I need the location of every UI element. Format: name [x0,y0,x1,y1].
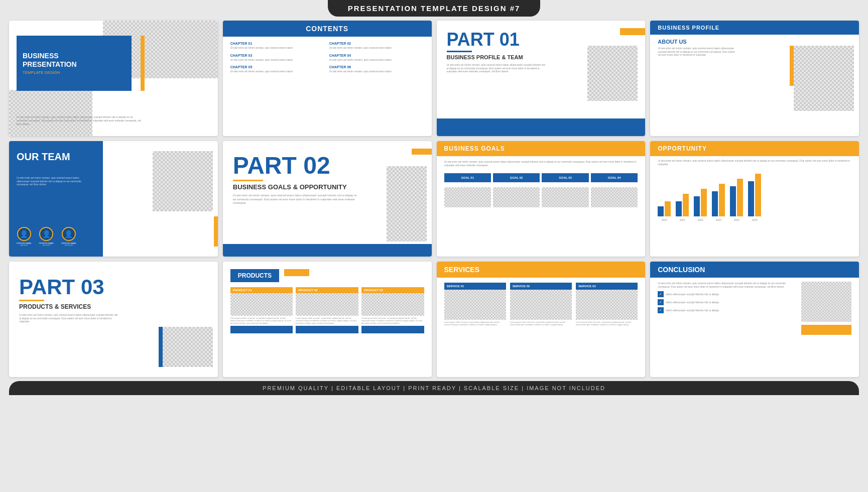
bar-2024-b [737,179,743,216]
avatar-2: 👤 [39,227,53,241]
label-2024: 2024 [734,218,739,221]
service-02-img [510,290,572,320]
slide9-title: PRODUCTS & SERVICES [19,303,119,310]
product-03-text: Lorem ipsum dolor sit amet, consectetur … [361,316,424,326]
checker-7d [591,187,638,207]
goal-02: GOAL 02 [493,173,540,182]
slide12-right [801,282,851,335]
service-02-label: SERVICE 02 [510,283,572,290]
goals-grid: GOAL 01 GOAL 02 GOAL 03 GOAL 04 [437,171,646,185]
product-01: PRODUCT 01 Lorem ipsum dolor sit amet, c… [230,287,293,333]
slide6-body: Ut wisi enim ad minim veniam, quis nostr… [233,194,358,205]
slide8-body: Ut wisi enim ad minim veniam, quis nostr… [650,156,859,169]
slide4-header: BUSINESS PROFILE [650,21,859,35]
checker-4 [794,46,854,111]
service-03-text: Lorem ipsum dolor sit amet, consectetur … [576,320,638,327]
slide1-subtitle: TEMPLATE DESIGN [23,70,126,75]
product-03-label: PRODUCT 03 [361,287,424,293]
service-02: SERVICE 02 Lorem ipsum dolor sit amet, c… [510,283,572,327]
member-3-role: HUSTLER [65,244,73,247]
slide12-header: CONCLUSION [650,262,859,278]
service-03-label: SERVICE 03 [576,283,638,290]
bar-2020-b [665,201,671,216]
goal-03: GOAL 03 [542,173,588,182]
chapter-05: CHAPTER 05 Ut wisi enim ad minim veniam,… [230,65,325,73]
checker-row-7 [437,185,646,210]
bar-2024: 2024 [730,179,743,221]
product-01-text: Lorem ipsum dolor sit amet, consectetur … [230,316,293,326]
check-icon-3: ✓ [658,307,664,313]
slide-products: PRODUCTS PRODUCT 01 Lorem ipsum dolor si… [223,262,432,377]
service-01-label: SERVICE 01 [444,283,506,290]
checker-5 [153,151,213,211]
title-box: BUSINESSPRESENTATION TEMPLATE DESIGN [17,36,132,91]
member-2: 👤 PERSON NAME HIPSTER [39,227,54,247]
orange-block-10 [284,269,309,276]
products-grid: PRODUCT 01 Lorem ipsum dolor sit amet, c… [223,285,432,336]
slide9-content: PART 03 PRODUCTS & SERVICES Ut wisi enim… [19,277,119,323]
checker-7c [542,187,588,207]
slide3-content: PART 01 BUSINESS PROFILE & TEAM Ut wisi … [447,31,547,73]
check-item-1: ✓ tation ullamcorper suscipit lobortis n… [658,291,796,297]
check-text-2: tation ullamcorper suscipit lobortis nis… [666,301,719,304]
checker-6 [387,166,427,241]
bar-2022-b [701,189,707,216]
top-banner: PRESENTATION TEMPLATE DESIGN #7 [328,0,541,17]
label-2021: 2021 [680,218,685,221]
slide10-header-area: PRODUCTS [223,262,432,285]
bar-2020: 2020 [658,201,671,221]
slide3-body: Ut wisi enim ad minim veniam, quis nostr… [447,63,547,73]
blue-line-3 [447,51,472,52]
slide-business-presentation: BUSINESSPRESENTATION TEMPLATE DESIGN Ut … [9,21,218,136]
checker-9 [163,327,213,367]
product-01-label: PRODUCT 01 [230,287,293,293]
bar-2025-a [748,181,754,216]
service-02-text: Lorem ipsum dolor sit amet, consectetur … [510,320,572,327]
bar-2023-b [719,184,725,216]
slide12-content: Ut wisi enim ad minim veniam, quis nostr… [650,278,859,339]
slide4-about-title: ABOUT US [650,35,859,47]
slide-part03: PART 03 PRODUCTS & SERVICES Ut wisi enim… [9,262,218,377]
orange-bar-6 [412,149,432,155]
checker-7a [444,187,491,207]
goal-04: GOAL 04 [591,173,638,182]
slide9-part-num: PART 03 [19,277,119,298]
orange-accent-4 [790,46,794,86]
bar-2025: 2025 [748,174,761,221]
member-2-role: HIPSTER [43,244,50,247]
product-02-blue [296,326,358,333]
member-1-role: HACKER [20,244,28,247]
orange-bottom-12 [801,325,851,335]
slide7-header: BUSINESS GOALS [437,141,646,156]
chapter-02: CHAPTER 02 Ut wisi enim ad minim veniam,… [329,42,424,50]
orange-side-5 [214,216,218,247]
slide6-part-num: PART 02 [233,154,358,178]
slide12-body: Ut wisi enim ad minim veniam, quis nostr… [658,282,796,288]
slide2-header: CONTENTS [223,21,432,37]
label-2025: 2025 [752,218,758,221]
blue-bottom-6 [223,244,432,257]
slide11-header: SERVICES [437,262,646,278]
slide-business-profile: BUSINESS PROFILE ABOUT US Ut wisi enim a… [650,21,859,136]
slide-part01: PART 01 BUSINESS PROFILE & TEAM Ut wisi … [437,21,646,136]
blue-accent-9 [159,327,163,367]
slide6-title: BUSINESS GOALS & OPPORTUNITY [233,183,358,191]
label-2020: 2020 [662,218,667,221]
checker-3 [587,46,638,101]
service-03: SERVICE 03 Lorem ipsum dolor sit amet, c… [576,283,638,327]
label-2023: 2023 [716,218,721,221]
check-text-3: tation ullamcorper suscipit lobortis nis… [666,309,719,312]
check-item-2: ✓ tation ullamcorper suscipit lobortis n… [658,299,796,305]
slide-part02: PART 02 BUSINESS GOALS & OPPORTUNITY Ut … [223,141,432,257]
slide5-title: OUR TEAM [17,151,70,163]
bar-2023-a [712,191,718,216]
slide8-header: OPPORTUNITY [650,141,859,156]
bar-2025-b [755,174,761,216]
footer-text: PREMIUM QUALITY | EDITABLE LAYOUT | PRIN… [263,385,605,391]
avatar-1: 👤 [17,227,31,241]
slide6-content: PART 02 BUSINESS GOALS & OPPORTUNITY Ut … [233,154,358,205]
blue-bottom-3 [437,118,646,136]
goal-01: GOAL 01 [444,173,491,182]
service-01-img [444,290,506,320]
check-icon-1: ✓ [658,291,664,297]
